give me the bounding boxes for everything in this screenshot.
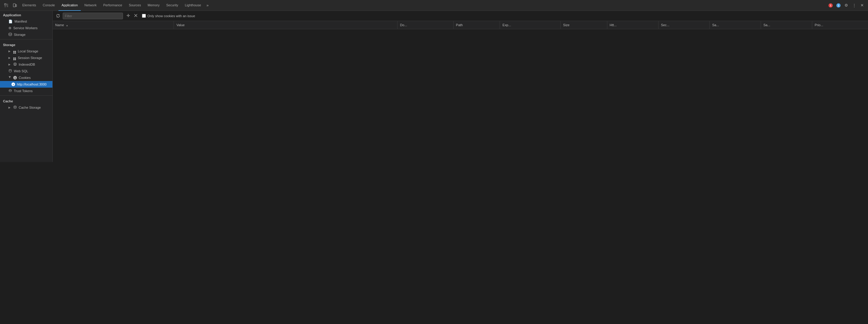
column-header-samesite1[interactable]: Sa... bbox=[710, 21, 761, 29]
cookies-url-icon: ● bbox=[11, 83, 15, 86]
expand-arrow-local-storage: ▶ bbox=[8, 50, 11, 53]
column-header-http[interactable]: Htt... bbox=[607, 21, 658, 29]
column-header-samesite2[interactable]: Sa... bbox=[761, 21, 812, 29]
expand-arrow-session-storage: ▶ bbox=[8, 56, 11, 59]
svg-point-6 bbox=[9, 70, 11, 70]
tab-security[interactable]: Security bbox=[163, 0, 181, 11]
web-sql-icon bbox=[8, 69, 12, 73]
sidebar-item-trust-tokens[interactable]: Trust Tokens bbox=[0, 88, 53, 94]
close-devtools-button[interactable]: ✕ bbox=[859, 2, 866, 9]
svg-point-7 bbox=[9, 90, 11, 91]
cache-section-header: Cache bbox=[0, 97, 53, 104]
column-header-size[interactable]: Size bbox=[561, 21, 607, 29]
column-header-expires[interactable]: Exp... bbox=[500, 21, 561, 29]
sidebar-item-session-storage[interactable]: ▶ Session Storage bbox=[0, 55, 53, 61]
local-storage-icon bbox=[13, 49, 16, 54]
filter-bar: Only show cookies with an issue bbox=[53, 11, 868, 21]
filter-actions bbox=[125, 13, 139, 19]
cookies-data-table: Name ▲ Value Do... Path Ex bbox=[53, 21, 868, 29]
sidebar-item-cookies[interactable]: ▶ ● Cookies bbox=[0, 74, 53, 81]
sidebar-item-cookies-url[interactable]: ● http://localhost:3000 bbox=[0, 81, 53, 88]
session-storage-icon bbox=[13, 56, 16, 60]
message-badge-button[interactable]: 1 bbox=[835, 3, 842, 8]
sidebar: Application 📄 Manifest ⚙ Service Workers… bbox=[0, 11, 53, 162]
storage-section-header: Storage bbox=[0, 41, 53, 48]
cookies-only-filter: Only show cookies with an issue bbox=[142, 14, 195, 18]
filter-settings-button[interactable] bbox=[125, 13, 132, 19]
svg-point-3 bbox=[14, 6, 14, 6]
more-tabs-button[interactable]: » bbox=[205, 2, 210, 9]
top-toolbar: Elements Console Application Network Per… bbox=[0, 0, 868, 11]
main-content: Only show cookies with an issue Name ▲ V… bbox=[53, 11, 868, 162]
filter-input[interactable] bbox=[63, 13, 123, 19]
sidebar-item-cache-storage[interactable]: ▶ Cache Storage bbox=[0, 104, 53, 111]
error-badge-button[interactable]: 1 bbox=[827, 3, 834, 8]
sidebar-item-web-sql[interactable]: Web SQL bbox=[0, 68, 53, 74]
tab-lighthouse[interactable]: Lighthouse bbox=[182, 0, 204, 11]
column-header-secure[interactable]: Sec... bbox=[658, 21, 710, 29]
column-header-name[interactable]: Name ▲ bbox=[53, 21, 174, 29]
settings-button[interactable]: ⚙ bbox=[843, 2, 850, 9]
column-header-priority[interactable]: Prio... bbox=[812, 21, 868, 29]
application-section-header: Application bbox=[0, 11, 53, 18]
svg-point-5 bbox=[14, 63, 16, 64]
svg-point-8 bbox=[14, 106, 16, 107]
more-options-button[interactable]: ⋮ bbox=[850, 2, 858, 9]
svg-rect-0 bbox=[4, 4, 6, 5]
cookies-icon: ● bbox=[13, 76, 17, 79]
column-header-domain[interactable]: Do... bbox=[398, 21, 453, 29]
tab-console[interactable]: Console bbox=[40, 0, 58, 11]
cookies-table: Name ▲ Value Do... Path Ex bbox=[53, 21, 868, 162]
column-header-value[interactable]: Value bbox=[174, 21, 398, 29]
sidebar-item-local-storage[interactable]: ▶ Local Storage bbox=[0, 48, 53, 55]
tab-sources[interactable]: Sources bbox=[126, 0, 144, 11]
sidebar-divider-2 bbox=[0, 95, 53, 96]
indexed-db-icon bbox=[13, 62, 17, 67]
expand-arrow-cache-storage: ▶ bbox=[8, 106, 11, 109]
clear-filter-button[interactable] bbox=[133, 13, 139, 19]
only-issues-label[interactable]: Only show cookies with an issue bbox=[147, 14, 195, 18]
device-toolbar-button[interactable] bbox=[11, 2, 19, 9]
storage-icon bbox=[8, 33, 12, 37]
inspect-element-button[interactable] bbox=[2, 2, 10, 9]
tab-memory[interactable]: Memory bbox=[145, 0, 163, 11]
service-workers-icon: ⚙ bbox=[8, 26, 11, 30]
svg-point-9 bbox=[128, 15, 129, 16]
trust-tokens-icon bbox=[8, 89, 12, 93]
sidebar-divider-1 bbox=[0, 39, 53, 39]
refresh-cookies-button[interactable] bbox=[55, 13, 61, 19]
manifest-icon: 📄 bbox=[8, 20, 13, 24]
column-header-path[interactable]: Path bbox=[453, 21, 500, 29]
tab-performance[interactable]: Performance bbox=[100, 0, 125, 11]
expand-arrow-indexed-db: ▶ bbox=[8, 63, 11, 66]
svg-point-4 bbox=[9, 33, 12, 34]
cache-storage-icon bbox=[13, 105, 17, 109]
sidebar-item-storage-top[interactable]: Storage bbox=[0, 31, 53, 38]
sidebar-item-manifest[interactable]: 📄 Manifest bbox=[0, 18, 53, 25]
error-count-badge: 1 bbox=[829, 3, 833, 7]
tab-network[interactable]: Network bbox=[82, 0, 99, 11]
tab-application[interactable]: Application bbox=[59, 0, 81, 11]
expand-arrow-cookies: ▶ bbox=[8, 76, 11, 79]
message-count-badge: 1 bbox=[836, 3, 841, 7]
only-issues-checkbox[interactable] bbox=[142, 14, 146, 18]
tab-elements[interactable]: Elements bbox=[19, 0, 39, 11]
sort-arrow-name: ▲ bbox=[66, 24, 68, 27]
main-layout: Application 📄 Manifest ⚙ Service Workers… bbox=[0, 11, 868, 162]
table-header-row: Name ▲ Value Do... Path Ex bbox=[53, 21, 868, 29]
sidebar-item-service-workers[interactable]: ⚙ Service Workers bbox=[0, 25, 53, 31]
sidebar-item-indexed-db[interactable]: ▶ IndexedDB bbox=[0, 61, 53, 68]
svg-rect-2 bbox=[16, 4, 17, 7]
